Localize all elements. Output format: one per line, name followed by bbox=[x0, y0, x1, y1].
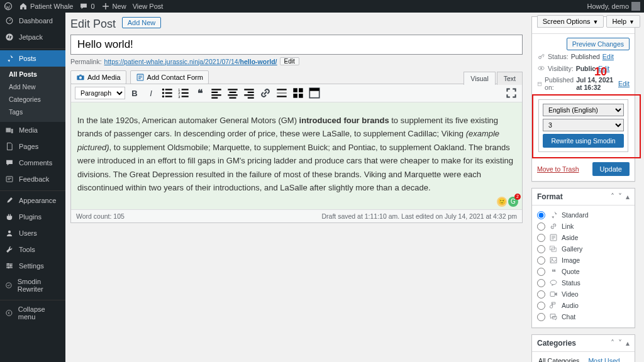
align-left-button[interactable] bbox=[209, 86, 223, 100]
format-image[interactable]: Image bbox=[537, 255, 630, 266]
format-quote[interactable]: ❝Quote bbox=[537, 266, 630, 277]
tab-most-used[interactable]: Most Used bbox=[587, 356, 621, 362]
svg-rect-43 bbox=[277, 96, 286, 97]
help-button[interactable]: Help▼ bbox=[606, 15, 640, 28]
submenu-all-posts[interactable]: All Posts bbox=[0, 68, 65, 80]
howdy-link[interactable]: Howdy, demo bbox=[587, 2, 640, 11]
sidebar-item-tools[interactable]: Tools bbox=[0, 241, 65, 258]
chevron-up-icon[interactable]: ▴ bbox=[626, 192, 630, 201]
format-select[interactable]: Paragraph bbox=[75, 87, 125, 99]
align-right-button[interactable] bbox=[242, 86, 256, 100]
fullscreen-button-2[interactable] bbox=[308, 86, 321, 100]
update-button[interactable]: Update bbox=[592, 162, 630, 176]
tool-icon bbox=[5, 245, 14, 254]
bullet-list-button[interactable] bbox=[160, 86, 174, 100]
sidebar-item-media[interactable]: Media bbox=[0, 122, 65, 138]
sidebar-item-jetpack[interactable]: Jetpack bbox=[0, 29, 65, 45]
wp-logo[interactable] bbox=[4, 2, 13, 11]
smodin-language-select[interactable]: English (English) bbox=[543, 104, 624, 116]
bold-button[interactable]: B bbox=[128, 86, 142, 100]
more-button[interactable] bbox=[275, 86, 289, 100]
italic-button[interactable]: I bbox=[144, 86, 158, 100]
screen-options-button[interactable]: Screen Options▼ bbox=[537, 15, 604, 28]
comments-count: 0 bbox=[91, 3, 94, 10]
avatar-icon bbox=[631, 2, 640, 11]
format-aside[interactable]: Aside bbox=[537, 232, 630, 243]
format-box-title: Format bbox=[537, 192, 563, 201]
add-contact-form-button[interactable]: Add Contact Form bbox=[130, 70, 209, 84]
format-status[interactable]: Status bbox=[537, 277, 630, 288]
chevron-down-icon[interactable]: ˅ bbox=[618, 192, 622, 201]
editor-body[interactable]: In the late 1920s, American automaker Ge… bbox=[71, 102, 522, 209]
plugin-icon bbox=[5, 212, 14, 221]
new-link[interactable]: New bbox=[101, 2, 126, 11]
blockquote-button[interactable]: ❝ bbox=[193, 86, 207, 100]
smodin-strength-select[interactable]: 3 bbox=[543, 119, 624, 131]
sidebar-item-dashboard[interactable]: Dashboard bbox=[0, 13, 65, 29]
format-standard[interactable]: Standard bbox=[537, 209, 630, 221]
chevron-down-icon: ▼ bbox=[593, 19, 599, 25]
move-to-trash-link[interactable]: Move to Trash bbox=[537, 165, 579, 173]
submenu-tags[interactable]: Tags bbox=[0, 106, 65, 118]
sidebar-item-collapse[interactable]: Collapse menu bbox=[0, 302, 65, 324]
chevron-up-icon[interactable]: ˄ bbox=[611, 339, 614, 348]
svg-point-19 bbox=[162, 92, 164, 94]
format-audio[interactable]: Audio bbox=[537, 300, 630, 311]
sidebar-item-settings[interactable]: Settings bbox=[0, 258, 65, 274]
chevron-up-icon[interactable]: ▴ bbox=[626, 339, 630, 348]
svg-point-17 bbox=[162, 89, 164, 90]
sidebar-item-posts[interactable]: Posts bbox=[0, 50, 65, 67]
status-edit-link[interactable]: Edit bbox=[602, 53, 614, 60]
tab-visual[interactable]: Visual bbox=[464, 72, 495, 85]
chevron-down-icon[interactable]: ˅ bbox=[618, 339, 622, 348]
rewrite-smodin-button[interactable]: Rewrite using Smodin bbox=[543, 134, 624, 148]
permalink-row: Permalink: https://patient-whale.jurassi… bbox=[70, 57, 523, 65]
permalink-link[interactable]: https://patient-whale.jurassic.ninja/202… bbox=[104, 58, 277, 65]
permalink-edit-button[interactable]: Edit bbox=[280, 57, 299, 65]
tab-all-categories[interactable]: All Categories bbox=[537, 356, 580, 362]
sidebar-item-feedback[interactable]: Feedback bbox=[0, 171, 65, 187]
main-content: Screen Options▼ Help▼ Edit Post Add New … bbox=[65, 13, 644, 362]
sidebar-item-pages[interactable]: Pages bbox=[0, 138, 65, 155]
page-title: Edit Post bbox=[70, 18, 116, 31]
add-new-button[interactable]: Add New bbox=[122, 17, 162, 28]
sidebar-item-smodin[interactable]: Smodin Rewriter bbox=[0, 274, 65, 297]
format-video[interactable]: Video bbox=[537, 288, 630, 300]
sidebar-item-users[interactable]: Users bbox=[0, 225, 65, 241]
presence-user-icon: 🙂 bbox=[497, 197, 507, 207]
add-media-button[interactable]: Add Media bbox=[70, 70, 126, 84]
calendar-icon bbox=[537, 80, 542, 88]
comment-icon bbox=[5, 158, 14, 167]
categories-box-title: Categories bbox=[537, 339, 576, 348]
pin-icon bbox=[549, 211, 558, 219]
link-button[interactable] bbox=[258, 86, 272, 100]
svg-rect-28 bbox=[182, 96, 189, 97]
view-post-link[interactable]: View Post bbox=[133, 3, 164, 10]
submenu-add-new[interactable]: Add New bbox=[0, 80, 65, 93]
sidebar-item-appearance[interactable]: Appearance bbox=[0, 192, 65, 209]
format-chat[interactable]: Chat bbox=[537, 311, 630, 322]
site-name-link[interactable]: Patient Whale bbox=[19, 2, 73, 11]
comment-icon bbox=[79, 2, 88, 11]
numbered-list-button[interactable]: 123 bbox=[177, 86, 191, 100]
toolbar-toggle-button[interactable] bbox=[291, 86, 305, 100]
align-center-button[interactable] bbox=[226, 86, 240, 100]
sidebar-item-plugins[interactable]: Plugins bbox=[0, 209, 65, 225]
sidebar-item-comments[interactable]: Comments bbox=[0, 155, 65, 171]
distraction-free-button[interactable] bbox=[504, 86, 518, 100]
svg-rect-33 bbox=[228, 89, 237, 90]
word-count: Word count: 105 bbox=[76, 212, 125, 220]
schedule-edit-link[interactable]: Edit bbox=[618, 80, 630, 87]
chevron-up-icon[interactable]: ˄ bbox=[611, 192, 614, 201]
preview-changes-button[interactable]: Preview Changes bbox=[567, 38, 630, 50]
svg-rect-44 bbox=[293, 88, 297, 92]
tab-text[interactable]: Text bbox=[497, 72, 523, 85]
format-link[interactable]: Link bbox=[537, 221, 630, 232]
format-gallery[interactable]: Gallery bbox=[537, 243, 630, 255]
comments-link[interactable]: 0 bbox=[79, 2, 94, 11]
callout-label: 10 bbox=[594, 65, 607, 79]
post-title-input[interactable] bbox=[70, 35, 523, 55]
svg-rect-42 bbox=[277, 92, 286, 94]
svg-point-11 bbox=[8, 266, 9, 268]
submenu-categories[interactable]: Categories bbox=[0, 93, 65, 106]
